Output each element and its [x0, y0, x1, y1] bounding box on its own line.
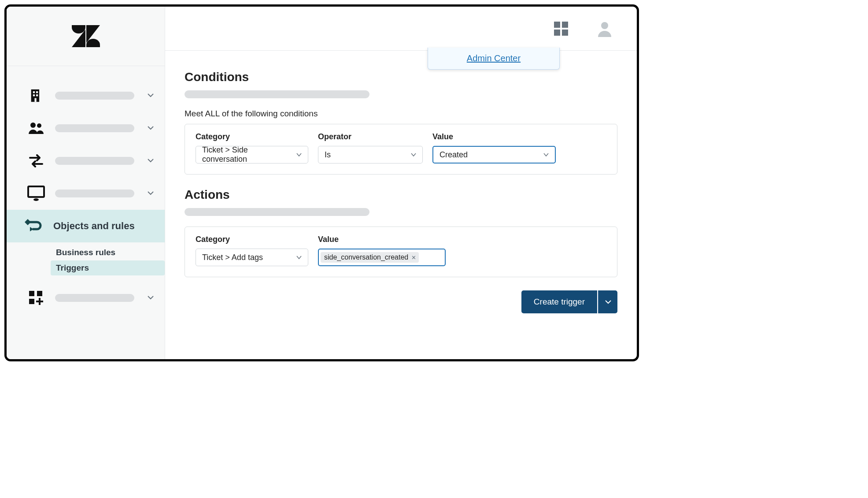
condition-value-text: Created	[440, 150, 468, 160]
actions-card: Category Ticket > Add tags Value side_co…	[185, 227, 617, 277]
workflow-icon	[24, 216, 44, 236]
nav-item-label: Objects and rules	[53, 220, 135, 232]
chevron-down-icon	[410, 151, 417, 158]
nav-placeholder	[55, 92, 134, 100]
svg-rect-13	[29, 299, 34, 304]
chevron-down-icon	[146, 189, 156, 198]
nav-item-channels[interactable]	[7, 145, 165, 177]
conditions-card: Category Ticket > Side conversation Oper…	[185, 124, 617, 175]
actions-title: Actions	[185, 188, 617, 202]
admin-center-link[interactable]: Admin Center	[467, 53, 521, 63]
conditions-title: Conditions	[185, 70, 617, 84]
conditions-meet-all-label: Meet ALL of the following conditions	[185, 109, 617, 119]
chevron-down-icon	[543, 151, 550, 158]
svg-rect-17	[562, 30, 568, 36]
logo-area	[7, 7, 165, 66]
products-grid-icon[interactable]	[552, 20, 570, 37]
nav-placeholder	[55, 124, 134, 132]
chevron-down-icon	[295, 254, 303, 261]
chevron-down-icon	[146, 123, 156, 133]
tag-chip[interactable]: side_conversation_created ✕	[321, 252, 419, 263]
nav-item-apps[interactable]	[7, 282, 165, 314]
condition-operator-label: Operator	[318, 132, 423, 141]
chevron-down-icon	[146, 293, 156, 303]
content: Conditions Meet ALL of the following con…	[165, 51, 637, 313]
svg-rect-3	[33, 94, 35, 96]
nav-placeholder	[55, 157, 134, 165]
condition-category-value: Ticket > Side conversation	[202, 145, 291, 164]
action-category-label: Category	[196, 235, 308, 244]
svg-point-6	[30, 123, 36, 128]
svg-point-18	[601, 22, 608, 29]
monitor-icon	[26, 186, 46, 201]
chevron-down-icon	[146, 91, 156, 100]
chevron-down-icon	[604, 298, 612, 306]
condition-category-select[interactable]: Ticket > Side conversation	[196, 146, 308, 164]
action-category-select[interactable]: Ticket > Add tags	[196, 249, 308, 266]
svg-rect-12	[37, 291, 42, 296]
condition-category-label: Category	[196, 132, 308, 141]
svg-point-9	[33, 198, 39, 201]
zendesk-logo-icon	[72, 25, 100, 47]
nav-placeholder	[55, 294, 134, 302]
subnav: Business rules Triggers	[7, 245, 165, 275]
nav-item-account[interactable]	[7, 79, 165, 112]
conditions-description-placeholder	[185, 90, 369, 98]
nav-item-people[interactable]	[7, 112, 165, 145]
nav-item-workspaces[interactable]	[7, 177, 165, 210]
svg-rect-15	[562, 22, 568, 28]
svg-rect-11	[29, 291, 34, 296]
people-icon	[26, 122, 46, 135]
svg-point-7	[37, 123, 41, 128]
main-area: Admin Center Conditions Meet ALL of the …	[165, 7, 637, 359]
button-row: Create trigger	[185, 290, 617, 313]
actions-description-placeholder	[185, 208, 369, 216]
tag-remove-icon[interactable]: ✕	[411, 254, 416, 261]
nav-placeholder	[55, 190, 134, 197]
apps-plus-icon	[26, 290, 46, 306]
svg-rect-8	[28, 186, 44, 197]
tag-text: side_conversation_created	[324, 253, 408, 261]
svg-rect-14	[554, 22, 560, 28]
svg-rect-4	[36, 94, 38, 96]
action-tag-input[interactable]: side_conversation_created ✕	[318, 249, 446, 266]
svg-rect-1	[33, 91, 35, 93]
nav-list: Objects and rules Business rules Trigger…	[7, 66, 165, 314]
sidebar: Objects and rules Business rules Trigger…	[7, 7, 165, 359]
create-trigger-button[interactable]: Create trigger	[521, 290, 597, 313]
chevron-down-icon	[295, 151, 303, 158]
svg-rect-2	[36, 91, 38, 93]
admin-center-popup: Admin Center	[428, 48, 560, 70]
svg-rect-16	[554, 30, 560, 36]
condition-operator-select[interactable]: Is	[318, 146, 423, 164]
building-icon	[26, 88, 46, 103]
svg-rect-5	[34, 98, 36, 102]
chevron-down-icon	[146, 156, 156, 166]
condition-value-select[interactable]: Created	[432, 146, 556, 164]
create-trigger-dropdown-button[interactable]	[598, 290, 617, 313]
condition-value-label: Value	[432, 132, 556, 141]
nav-item-objects-rules[interactable]: Objects and rules	[7, 210, 165, 242]
action-value-label: Value	[318, 235, 446, 244]
topbar	[165, 7, 637, 51]
profile-avatar-icon[interactable]	[596, 20, 613, 37]
action-category-value: Ticket > Add tags	[202, 253, 263, 262]
subnav-heading[interactable]: Business rules	[51, 245, 165, 260]
subnav-item-triggers[interactable]: Triggers	[51, 260, 165, 275]
swap-arrows-icon	[26, 154, 46, 167]
condition-operator-value: Is	[325, 150, 331, 160]
